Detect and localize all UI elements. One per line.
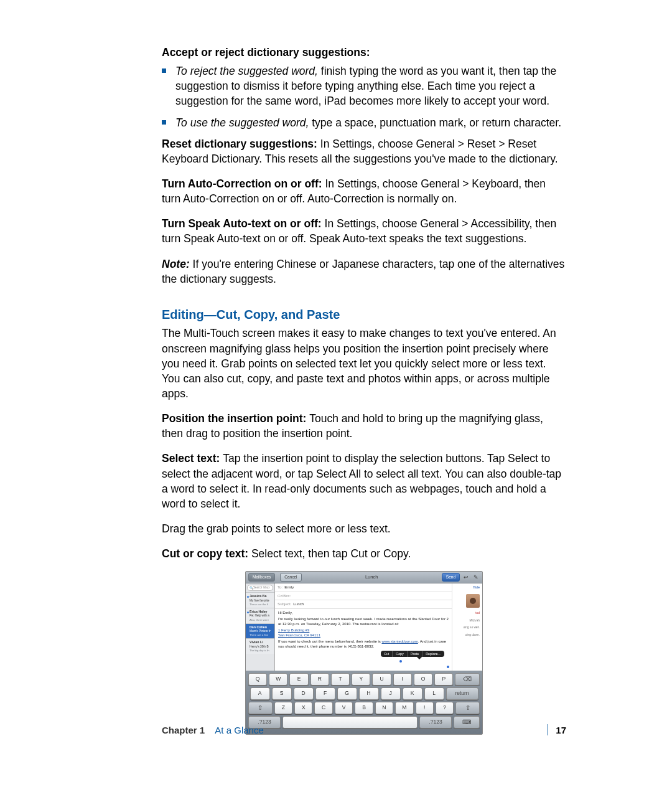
backspace-icon: ⌫ xyxy=(463,675,472,684)
greeting: Hi Emily, xyxy=(278,611,449,616)
key-g[interactable]: G xyxy=(337,687,357,700)
para-body: Select text, then tap Cut or Copy. xyxy=(251,547,411,560)
key-y[interactable]: Y xyxy=(352,673,370,686)
copy-button[interactable]: Copy xyxy=(393,651,407,658)
paragraph: Turn Auto-Correction on or off: In Setti… xyxy=(162,176,566,206)
key-b[interactable]: B xyxy=(355,702,373,714)
key-a[interactable]: A xyxy=(250,687,270,700)
field-label: To: xyxy=(278,585,282,590)
bullet-lead: To use the suggested word, xyxy=(175,116,312,129)
key-m[interactable]: M xyxy=(395,702,413,714)
address-line[interactable]: San Francisco, CA 94111 xyxy=(278,633,449,638)
key-p[interactable]: P xyxy=(434,673,453,686)
detail-pane: Hide ted Mitzvah oing so well. oing down… xyxy=(452,583,482,671)
shift-icon: ⇧ xyxy=(258,704,263,712)
from-label: Jessica Ba xyxy=(250,594,273,598)
compose-pane: To: Emily Cc/Bcc: Subject: Lunch Hi Emil… xyxy=(275,583,452,671)
cancel-button[interactable]: Cancel xyxy=(280,573,301,582)
preview-label: These are the fi xyxy=(250,603,273,606)
key-s[interactable]: S xyxy=(272,687,292,700)
paragraph-note: Note: If you're entering Chinese or Japa… xyxy=(162,257,566,286)
key-o[interactable]: O xyxy=(414,673,432,686)
key-![interactable]: ! xyxy=(416,702,434,714)
key-w[interactable]: W xyxy=(269,673,287,686)
back-button[interactable]: Mailboxes xyxy=(248,573,275,582)
key-x[interactable]: X xyxy=(294,702,312,714)
key-v[interactable]: V xyxy=(335,702,353,714)
sidebar: 🔍 Search Inbox Jessica BaMy five favorit… xyxy=(246,583,275,671)
list-item: To reject the suggested word, finish typ… xyxy=(162,64,566,108)
nav-bar: Mailboxes Cancel Lunch Send ↩ ✎ xyxy=(246,572,482,583)
paragraph: Position the insertion point: Touch and … xyxy=(162,411,566,441)
key-r[interactable]: R xyxy=(310,673,329,686)
key-l[interactable]: L xyxy=(424,687,444,700)
cut-text: Mitzvah xyxy=(469,619,480,623)
key-?[interactable]: ? xyxy=(436,702,454,714)
cut-button[interactable]: Cut xyxy=(381,651,393,658)
paragraph: Turn Speak Auto-text on or off: In Setti… xyxy=(162,216,566,246)
key-u[interactable]: U xyxy=(372,673,391,686)
field-label: Subject: xyxy=(278,602,291,607)
key-h[interactable]: H xyxy=(359,687,379,700)
selection-handle[interactable] xyxy=(399,660,402,663)
paragraph: Select text: Tap the insertion point to … xyxy=(162,451,566,511)
key-e[interactable]: E xyxy=(289,673,308,686)
sidebar-item-message[interactable]: Jessica BaMy five favoriteThese are the … xyxy=(246,592,274,608)
para-body: If you're entering Chinese or Japanese c… xyxy=(162,258,564,285)
shift-key[interactable]: ⇧ xyxy=(455,702,480,714)
chapter-label: Chapter 1 xyxy=(162,725,205,735)
para-lead: Select text: xyxy=(162,452,223,465)
text: If you want to check out the menu before… xyxy=(278,639,381,643)
key-c[interactable]: C xyxy=(314,702,332,714)
selection-handle[interactable] xyxy=(447,666,449,668)
subject-field[interactable]: Subject: Lunch xyxy=(275,600,452,609)
key-k[interactable]: K xyxy=(403,687,422,700)
key-f[interactable]: F xyxy=(315,687,335,700)
paragraph: Drag the grab points to select more or l… xyxy=(162,521,566,536)
field-value: Lunch xyxy=(293,602,304,607)
paragraph: Reset dictionary suggestions: In Setting… xyxy=(162,136,566,166)
to-field[interactable]: To: Emily xyxy=(275,583,452,592)
search-input[interactable]: 🔍 Search Inbox xyxy=(247,585,273,591)
popup-arrow-icon xyxy=(417,657,422,659)
paragraph: Cut or copy text: Select text, then tap … xyxy=(162,546,566,561)
reply-icon[interactable]: ↩ xyxy=(462,573,470,581)
return-key[interactable]: return xyxy=(446,687,478,700)
para-lead: Position the insertion point: xyxy=(162,412,309,425)
para-lead: Turn Speak Auto-text on or off: xyxy=(162,217,325,230)
replace-button[interactable]: Replace… xyxy=(422,651,444,658)
hide-button[interactable]: Hide xyxy=(473,585,480,590)
paste-button[interactable]: Paste xyxy=(408,651,423,658)
cut-text: oing so well. xyxy=(464,626,480,630)
bullet-lead: To reject the suggested word, xyxy=(175,65,321,77)
key-j[interactable]: J xyxy=(381,687,401,700)
key-z[interactable]: Z xyxy=(274,702,292,714)
heading-accept-reject: Accept or reject dictionary suggestions: xyxy=(162,45,566,60)
backspace-key[interactable]: ⌫ xyxy=(455,673,480,686)
page-footer: Chapter 1 At a Glance 17 xyxy=(162,724,566,735)
address-line[interactable]: 1 Ferry Building #3 xyxy=(278,628,449,633)
divider xyxy=(548,724,548,735)
para-lead: Reset dictionary suggestions: xyxy=(162,138,320,150)
link[interactable]: www.slanteddoor.com xyxy=(381,639,418,643)
avatar xyxy=(466,594,480,608)
search-placeholder: Search Inbox xyxy=(253,586,270,590)
unread-dot-icon xyxy=(247,611,249,613)
cut-text: ted xyxy=(475,611,480,615)
key-q[interactable]: Q xyxy=(248,673,267,686)
sidebar-item-message[interactable]: Dan CohenMom's Picture frThere are a few xyxy=(246,623,274,639)
key-d[interactable]: D xyxy=(294,687,314,700)
send-button[interactable]: Send xyxy=(442,573,460,582)
bullet-body: type a space, punctuation mark, or retur… xyxy=(312,116,561,129)
sidebar-item-message[interactable]: Vivian LiHenry's 30th BThe big day is th xyxy=(246,638,274,654)
compose-icon[interactable]: ✎ xyxy=(472,573,480,581)
key-t[interactable]: T xyxy=(331,673,350,686)
key-n[interactable]: N xyxy=(375,702,393,714)
compose-body[interactable]: Hi Emily, I'm really looking forward to … xyxy=(275,609,452,671)
key-i[interactable]: I xyxy=(393,673,412,686)
sidebar-item-message[interactable]: Erica HaleyRe: Help with aAlso, there we… xyxy=(246,608,274,623)
cc-field[interactable]: Cc/Bcc: xyxy=(275,592,452,601)
shift-key[interactable]: ⇧ xyxy=(248,702,273,714)
preview-label: There are a few xyxy=(250,633,273,637)
para-lead: Note: xyxy=(162,258,193,270)
